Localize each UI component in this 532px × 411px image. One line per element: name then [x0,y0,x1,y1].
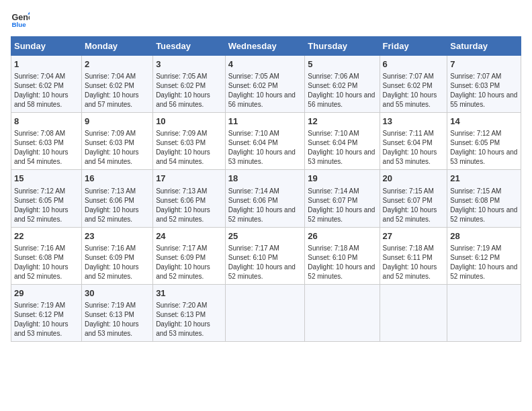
daylight-label: Daylight: 10 hours and 53 minutes. [85,320,139,337]
header-wednesday: Wednesday [225,37,305,56]
day-cell: 20Sunrise: 7:15 AMSunset: 6:07 PMDayligh… [380,170,447,227]
daylight-label: Daylight: 10 hours and 58 minutes. [14,91,69,108]
week-row-4: 22Sunrise: 7:16 AMSunset: 6:08 PMDayligh… [11,227,521,284]
day-number: 27 [383,230,445,242]
day-number: 12 [308,116,376,128]
header-friday: Friday [380,37,447,56]
sunrise-label: Sunrise: 7:13 AM [156,187,207,195]
daylight-label: Daylight: 10 hours and 52 minutes. [228,263,296,280]
sunrise-label: Sunrise: 7:06 AM [308,73,359,80]
day-number: 15 [14,173,79,185]
day-cell: 19Sunrise: 7:14 AMSunset: 6:07 PMDayligh… [305,170,380,227]
sunrise-label: Sunrise: 7:17 AM [228,244,279,252]
header-monday: Monday [81,37,152,56]
daylight-label: Daylight: 10 hours and 56 minutes. [308,91,375,108]
day-number: 23 [85,230,150,242]
sunset-label: Sunset: 6:12 PM [14,311,64,318]
week-row-5: 29Sunrise: 7:19 AMSunset: 6:12 PMDayligh… [11,284,521,341]
day-cell [305,284,380,341]
header-tuesday: Tuesday [153,37,226,56]
sunset-label: Sunset: 6:06 PM [85,197,134,204]
day-cell: 15Sunrise: 7:12 AMSunset: 6:05 PMDayligh… [11,170,82,227]
day-cell: 27Sunrise: 7:18 AMSunset: 6:11 PMDayligh… [380,227,447,284]
sunset-label: Sunset: 6:02 PM [383,82,433,89]
day-number: 25 [228,230,302,242]
sunset-label: Sunset: 6:09 PM [85,254,134,261]
daylight-label: Daylight: 10 hours and 52 minutes. [383,263,437,280]
daylight-label: Daylight: 10 hours and 53 minutes. [156,320,210,337]
logo: General Blue [11,11,32,30]
daylight-label: Daylight: 10 hours and 52 minutes. [14,206,69,223]
day-number: 14 [450,116,518,128]
sunset-label: Sunset: 6:07 PM [383,197,433,204]
sunrise-label: Sunrise: 7:12 AM [450,130,501,137]
day-number: 18 [228,173,302,185]
sunset-label: Sunset: 6:05 PM [450,139,500,146]
daylight-label: Daylight: 10 hours and 53 minutes. [14,320,69,337]
day-number: 5 [308,58,376,71]
day-number: 1 [14,58,79,71]
sunset-label: Sunset: 6:08 PM [14,254,64,261]
sunset-label: Sunset: 6:06 PM [156,197,206,204]
day-cell: 18Sunrise: 7:14 AMSunset: 6:06 PMDayligh… [225,170,305,227]
daylight-label: Daylight: 10 hours and 52 minutes. [228,206,296,223]
sunrise-label: Sunrise: 7:19 AM [450,244,501,252]
sunset-label: Sunset: 6:02 PM [85,82,134,89]
day-number: 31 [156,287,222,300]
daylight-label: Daylight: 10 hours and 53 minutes. [308,148,375,165]
day-number: 13 [383,116,445,128]
sunrise-label: Sunrise: 7:14 AM [308,187,359,195]
sunrise-label: Sunrise: 7:11 AM [383,130,434,137]
sunrise-label: Sunrise: 7:19 AM [14,302,65,309]
day-number: 2 [85,58,150,71]
daylight-label: Daylight: 10 hours and 52 minutes. [450,206,517,223]
week-row-3: 15Sunrise: 7:12 AMSunset: 6:05 PMDayligh… [11,170,521,227]
day-cell: 7Sunrise: 7:07 AMSunset: 6:03 PMDaylight… [447,56,521,113]
daylight-label: Daylight: 10 hours and 56 minutes. [228,91,296,108]
daylight-label: Daylight: 10 hours and 52 minutes. [85,263,139,280]
day-cell: 14Sunrise: 7:12 AMSunset: 6:05 PMDayligh… [447,113,521,170]
sunset-label: Sunset: 6:05 PM [14,197,64,204]
day-number: 17 [156,173,222,185]
svg-text:Blue: Blue [11,21,26,28]
calendar-body: 1Sunrise: 7:04 AMSunset: 6:02 PMDaylight… [11,56,521,342]
daylight-label: Daylight: 10 hours and 54 minutes. [156,148,210,165]
sunset-label: Sunset: 6:09 PM [156,254,206,261]
logo-icon: General Blue [11,11,30,30]
day-number: 4 [228,58,302,71]
sunset-label: Sunset: 6:03 PM [85,139,134,146]
daylight-label: Daylight: 10 hours and 53 minutes. [383,148,437,165]
sunrise-label: Sunrise: 7:20 AM [156,302,207,309]
sunrise-label: Sunrise: 7:13 AM [85,187,136,195]
sunset-label: Sunset: 6:02 PM [228,82,278,89]
day-cell: 16Sunrise: 7:13 AMSunset: 6:06 PMDayligh… [81,170,152,227]
day-number: 16 [85,173,150,185]
header-sunday: Sunday [11,37,82,56]
daylight-label: Daylight: 10 hours and 52 minutes. [85,206,139,223]
day-number: 22 [14,230,79,242]
week-row-1: 1Sunrise: 7:04 AMSunset: 6:02 PMDaylight… [11,56,521,113]
sunrise-label: Sunrise: 7:19 AM [85,302,136,309]
sunset-label: Sunset: 6:11 PM [383,254,433,261]
day-cell: 13Sunrise: 7:11 AMSunset: 6:04 PMDayligh… [380,113,447,170]
day-cell: 30Sunrise: 7:19 AMSunset: 6:13 PMDayligh… [81,284,152,341]
daylight-label: Daylight: 10 hours and 52 minutes. [308,263,375,280]
day-cell: 10Sunrise: 7:09 AMSunset: 6:03 PMDayligh… [153,113,226,170]
daylight-label: Daylight: 10 hours and 53 minutes. [228,148,296,165]
day-cell: 28Sunrise: 7:19 AMSunset: 6:12 PMDayligh… [447,227,521,284]
day-cell [380,284,447,341]
sunset-label: Sunset: 6:12 PM [450,254,500,261]
sunset-label: Sunset: 6:08 PM [450,197,500,204]
day-cell: 3Sunrise: 7:05 AMSunset: 6:02 PMDaylight… [153,56,226,113]
page-header: General Blue [11,11,521,30]
sunset-label: Sunset: 6:04 PM [308,139,357,146]
sunset-label: Sunset: 6:10 PM [228,254,278,261]
sunset-label: Sunset: 6:06 PM [228,197,278,204]
sunrise-label: Sunrise: 7:18 AM [383,244,434,252]
daylight-label: Daylight: 10 hours and 54 minutes. [14,148,69,165]
sunrise-label: Sunrise: 7:09 AM [85,130,136,137]
day-cell: 23Sunrise: 7:16 AMSunset: 6:09 PMDayligh… [81,227,152,284]
day-number: 24 [156,230,222,242]
day-cell [225,284,305,341]
day-cell: 11Sunrise: 7:10 AMSunset: 6:04 PMDayligh… [225,113,305,170]
